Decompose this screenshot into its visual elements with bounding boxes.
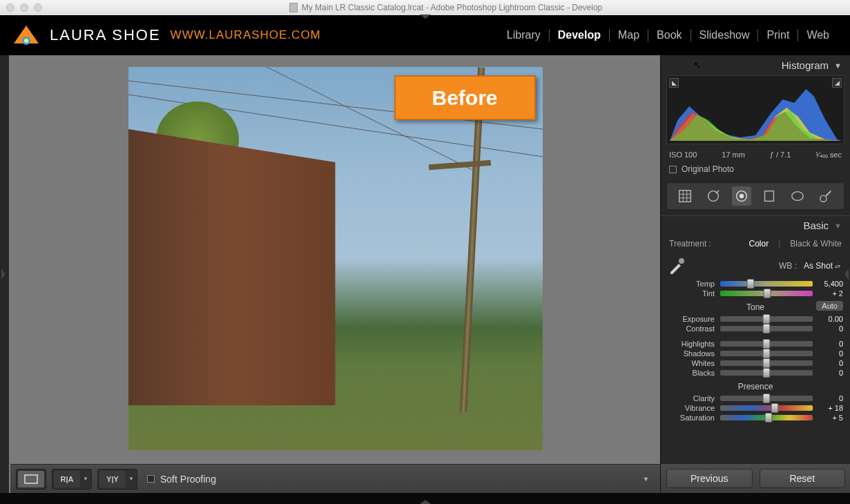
svg-point-16 — [792, 192, 804, 201]
loupe-view-button[interactable] — [18, 471, 44, 487]
tint-slider[interactable]: Tint+ 2 — [661, 289, 850, 298]
tint-label: Tint — [668, 289, 715, 298]
histogram-collapse-icon[interactable]: ▼ — [834, 61, 842, 70]
soft-proofing-checkbox[interactable] — [147, 475, 155, 483]
basic-panel-header[interactable]: Basic ▼ — [661, 215, 850, 235]
module-book[interactable]: Book — [648, 29, 690, 41]
highlights-value[interactable]: 0 — [818, 340, 843, 348]
wb-value: As Shot — [804, 261, 833, 271]
reference-view-button[interactable]: R|A — [54, 471, 80, 487]
workspace: ↖ Before R|A ▼ Y|Y ▼ — [0, 55, 850, 493]
shadows-value[interactable]: 0 — [818, 349, 843, 358]
original-photo-checkbox[interactable] — [669, 166, 677, 173]
saturation-thumb[interactable] — [764, 413, 772, 423]
right-panel-expand-icon[interactable] — [844, 269, 849, 280]
whites-slider[interactable]: Whites0 — [661, 358, 850, 368]
basic-panel: Basic ▼ Treatment : Color | Black & Whit… — [661, 215, 850, 423]
clarity-value[interactable]: 0 — [818, 394, 843, 403]
treatment-color[interactable]: Color — [748, 239, 769, 249]
presence-label: Presence — [738, 382, 773, 391]
svg-point-19 — [679, 258, 684, 264]
tint-value[interactable]: + 2 — [818, 289, 843, 298]
module-map[interactable]: Map — [610, 29, 648, 41]
temp-thumb[interactable] — [747, 279, 755, 289]
module-print[interactable]: Print — [758, 29, 798, 41]
highlights-slider[interactable]: Highlights0 — [661, 339, 850, 349]
blacks-thumb[interactable] — [763, 368, 771, 378]
toolbar-options-dropdown-icon[interactable]: ▼ — [643, 476, 649, 483]
brand-url: WWW.LAURASHOE.COM — [171, 28, 321, 42]
highlight-clipping-icon[interactable]: ◢ — [832, 78, 842, 88]
shadows-slider[interactable]: Shadows0 — [661, 349, 850, 358]
canvas[interactable]: Before — [10, 55, 660, 464]
shadows-thumb[interactable] — [763, 349, 771, 358]
svg-line-18 — [826, 191, 831, 196]
develop-tool-strip — [666, 182, 844, 210]
spot-removal-tool-icon[interactable] — [704, 186, 723, 206]
saturation-slider[interactable]: Saturation+ 5 — [661, 413, 850, 423]
exposure-thumb[interactable] — [763, 314, 771, 324]
original-photo-toggle[interactable]: Original Photo — [661, 162, 850, 180]
white-balance-row: WB : As Shot▵▿ — [661, 253, 850, 279]
wb-dropdown[interactable]: As Shot▵▿ — [804, 261, 843, 271]
contrast-value[interactable]: 0 — [818, 324, 843, 333]
whites-value[interactable]: 0 — [818, 359, 843, 367]
module-develop[interactable]: Develop — [550, 29, 610, 41]
close-window-icon[interactable] — [6, 3, 15, 12]
reference-view-dropdown-icon[interactable]: ▼ — [81, 471, 90, 487]
highlights-thumb[interactable] — [763, 339, 771, 349]
filmstrip-expand-icon[interactable] — [420, 500, 431, 504]
vibrance-slider[interactable]: Vibrance+ 18 — [661, 403, 850, 413]
contrast-slider[interactable]: Contrast0 — [661, 324, 850, 333]
contrast-thumb[interactable] — [763, 324, 771, 333]
vibrance-value[interactable]: + 18 — [818, 404, 843, 412]
shadows-label: Shadows — [668, 349, 715, 358]
adjustment-brush-tool-icon[interactable] — [816, 186, 835, 206]
top-panel-expand-icon[interactable] — [420, 14, 431, 19]
clarity-thumb[interactable] — [763, 394, 771, 403]
basic-collapse-icon[interactable]: ▼ — [834, 222, 842, 230]
exposure-value[interactable]: 0.00 — [818, 315, 843, 323]
radial-filter-tool-icon[interactable] — [788, 186, 807, 206]
left-panel-expand-icon[interactable] — [1, 269, 6, 280]
center-area: Before R|A ▼ Y|Y ▼ Soft Proofing ▼ — [9, 55, 660, 493]
minimize-window-icon[interactable] — [20, 3, 28, 12]
before-after-view-button[interactable]: Y|Y — [99, 471, 126, 487]
tint-thumb[interactable] — [764, 289, 771, 298]
previous-button[interactable]: Previous — [666, 469, 753, 488]
shadow-clipping-icon[interactable]: ◣ — [669, 78, 679, 88]
whites-thumb[interactable] — [763, 358, 771, 368]
exif-shutter: ¹⁄₄₀₀ sec — [815, 151, 842, 159]
temp-slider[interactable]: Temp5,400 — [661, 279, 850, 289]
treatment-row: Treatment : Color | Black & White — [661, 235, 850, 253]
identity-plate: LAURA SHOE WWW.LAURASHOE.COM — [12, 23, 321, 48]
clarity-slider[interactable]: Clarity0 — [661, 394, 850, 403]
histogram-panel-header[interactable]: Histogram ▼ — [661, 55, 850, 75]
reset-button[interactable]: Reset — [760, 469, 846, 488]
whites-label: Whites — [668, 359, 715, 367]
crop-tool-icon[interactable] — [675, 186, 695, 206]
treatment-bw[interactable]: Black & White — [790, 239, 842, 249]
before-after-dropdown-icon[interactable]: ▼ — [127, 471, 135, 487]
graduated-filter-tool-icon[interactable] — [760, 186, 779, 206]
exposure-slider[interactable]: Exposure0.00 — [661, 314, 850, 324]
soft-proofing-toggle[interactable]: Soft Proofing — [147, 474, 216, 485]
module-slideshow[interactable]: Slideshow — [691, 29, 759, 41]
wb-label: WB : — [694, 261, 797, 271]
zoom-window-icon[interactable] — [34, 3, 42, 12]
module-web[interactable]: Web — [798, 29, 838, 41]
vibrance-label: Vibrance — [668, 404, 715, 412]
auto-tone-button[interactable]: Auto — [816, 301, 843, 311]
blacks-value[interactable]: 0 — [818, 369, 843, 377]
saturation-value[interactable]: + 5 — [818, 414, 843, 422]
wb-eyedropper-icon[interactable] — [666, 255, 687, 276]
redeye-tool-icon[interactable] — [732, 186, 751, 206]
module-library[interactable]: Library — [499, 29, 550, 41]
temp-value[interactable]: 5,400 — [818, 280, 843, 288]
exif-aperture: ƒ / 7.1 — [770, 151, 791, 159]
photo-preview[interactable]: Before — [128, 67, 543, 450]
blacks-slider[interactable]: Blacks0 — [661, 368, 850, 378]
histogram[interactable]: ◣ ◢ — [666, 75, 844, 144]
svg-point-17 — [820, 195, 826, 202]
vibrance-thumb[interactable] — [771, 403, 779, 413]
